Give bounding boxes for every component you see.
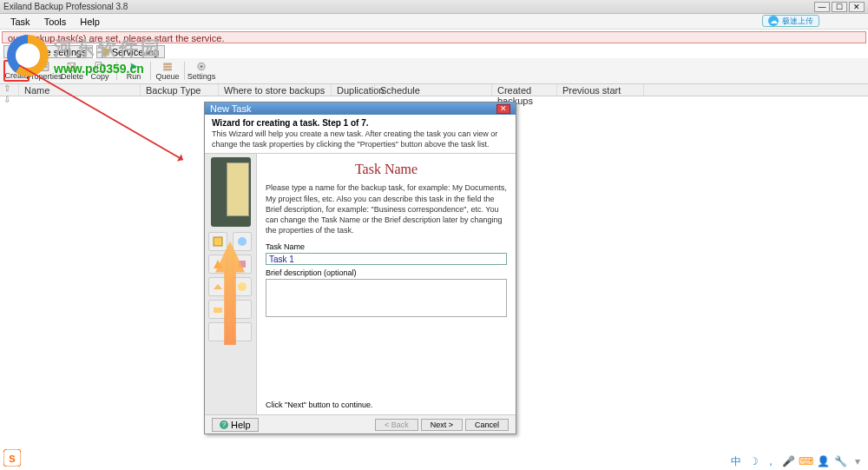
next-button[interactable]: Next >	[421, 419, 463, 431]
brief-label: Brief description (optional)	[266, 268, 507, 277]
taskname-label: Task Name	[266, 242, 507, 251]
toolbar-copy-label: Copy	[90, 72, 108, 81]
svg-rect-21	[214, 328, 222, 336]
toolbar-separator	[150, 62, 151, 80]
toolbar-run-label: Run	[127, 72, 141, 81]
toolbar-queue-button[interactable]: Queue	[155, 60, 181, 82]
toolbar-delete-button[interactable]: Delete	[59, 60, 85, 82]
service-log-button[interactable]: Service log	[96, 45, 165, 58]
tray-moon-icon[interactable]: ☽	[746, 454, 760, 468]
reorder-handles: ⇧ ⇩	[3, 83, 12, 103]
dialog-header-desc: This Wizard will help you create a new t…	[212, 129, 509, 149]
toolbar-copy-button[interactable]: Copy	[87, 60, 113, 82]
toolbar-create-label: Create	[5, 71, 29, 80]
svg-rect-4	[42, 67, 48, 68]
svg-rect-3	[42, 64, 48, 65]
dialog-footer-buttons: < Back Next > Cancel	[375, 419, 509, 431]
svg-rect-11	[163, 69, 172, 70]
cloud-upload-badge[interactable]: ☁ 极速上传	[762, 15, 819, 27]
cancel-button[interactable]: Cancel	[465, 419, 509, 431]
col-name[interactable]: Name	[19, 84, 141, 96]
close-window-button[interactable]: ✕	[849, 2, 865, 12]
col-schedule[interactable]: Schedule	[375, 84, 492, 96]
svg-rect-20	[238, 305, 247, 314]
warning-bar: our backup task(s) are set, please start…	[2, 31, 866, 43]
move-down-icon[interactable]: ⇩	[3, 95, 12, 103]
tray-mic-icon[interactable]: 🎤	[781, 454, 795, 468]
safe-image-icon	[211, 157, 251, 227]
cloud-icon: ☁	[768, 16, 779, 26]
dialog-title: New Task	[210, 103, 251, 114]
settings-icon	[194, 61, 208, 72]
help-label: Help	[231, 420, 251, 430]
col-previous[interactable]: Previous start	[557, 84, 644, 96]
dialog-close-button[interactable]: ✕	[496, 104, 510, 114]
toolbar-separator	[184, 62, 185, 80]
continue-text: Click "Next" button to continue.	[266, 400, 507, 409]
service-log-label: Service log	[112, 47, 159, 57]
svg-rect-10	[163, 66, 172, 68]
col-type[interactable]: Backup Type	[141, 84, 219, 96]
dialog-body: Task Name Please type a name for the bac…	[205, 154, 516, 414]
dialog-header: Wizard for creating a task. Step 1 of 7.…	[205, 115, 516, 154]
svg-point-1	[17, 67, 21, 70]
task-list-header: Name Backup Type Where to store backups …	[0, 84, 868, 96]
menu-task[interactable]: Task	[3, 17, 37, 27]
svg-rect-14	[214, 237, 222, 246]
svg-point-18	[238, 282, 247, 291]
copy-icon	[93, 61, 107, 72]
menu-tools[interactable]: Tools	[37, 17, 74, 27]
minimize-button[interactable]: —	[814, 2, 830, 12]
delete-icon	[65, 61, 79, 72]
col-created[interactable]: Created backups	[492, 84, 557, 96]
queue-icon	[161, 61, 174, 72]
tray-wrench-icon[interactable]: 🔧	[833, 454, 847, 468]
wizard-steps-grid	[208, 232, 253, 341]
run-icon	[127, 61, 141, 72]
toolbar-delete-label: Delete	[61, 72, 83, 81]
back-button[interactable]: < Back	[375, 419, 418, 431]
dialog-instructions: Please type a name for the backup task, …	[266, 182, 507, 235]
move-up-icon[interactable]: ⇧	[3, 83, 12, 92]
step-1-icon	[208, 232, 227, 251]
help-button[interactable]: ? Help	[212, 418, 259, 432]
service-log-icon	[102, 49, 109, 56]
svg-rect-19	[214, 308, 222, 313]
cloud-text: 极速上传	[782, 16, 813, 27]
tray-cn-icon[interactable]: 中	[729, 454, 743, 468]
toolbar-settings-button[interactable]: Settings	[188, 60, 214, 82]
tray-chevron-down-icon[interactable]: ▾	[851, 454, 865, 468]
col-where[interactable]: Where to store backups	[219, 84, 332, 96]
dialog-footer: ? Help < Back Next > Cancel	[205, 414, 516, 434]
new-task-dialog: New Task ✕ Wizard for creating a task. S…	[204, 102, 516, 434]
service-settings-button[interactable]: Service settings	[3, 45, 93, 58]
dialog-titlebar[interactable]: New Task ✕	[205, 103, 516, 115]
tray-comma-icon[interactable]: ，	[764, 454, 778, 468]
svg-text:S: S	[9, 453, 15, 464]
col-duplication[interactable]: Duplication	[332, 84, 375, 96]
window-title: Exiland Backup Professional 3.8	[3, 2, 128, 11]
warning-text: our backup task(s) are set, please start…	[8, 33, 224, 43]
dialog-main-title: Task Name	[266, 162, 507, 177]
svg-point-15	[238, 237, 247, 246]
service-bar: Service settings Service log	[0, 45, 868, 58]
tray-user-icon[interactable]: 👤	[816, 454, 830, 468]
step-2-icon	[233, 232, 252, 251]
maximize-button[interactable]: ☐	[832, 2, 847, 12]
menubar: Task Tools Help	[0, 14, 868, 30]
dialog-main: Task Name Please type a name for the bac…	[257, 154, 516, 414]
main-toolbar: Create Properties Delete Copy Run Queue …	[0, 58, 868, 84]
brief-description-input[interactable]	[266, 279, 507, 317]
window-titlebar: Exiland Backup Professional 3.8 — ☐ ✕	[0, 0, 868, 14]
menu-help[interactable]: Help	[73, 17, 107, 27]
tray-keyboard-icon[interactable]: ⌨	[799, 454, 812, 468]
toolbar-settings-label: Settings	[187, 72, 216, 81]
help-icon: ?	[220, 420, 228, 429]
svg-rect-9	[163, 63, 172, 64]
taskname-input[interactable]	[266, 253, 507, 265]
toolbar-run-button[interactable]: Run	[121, 60, 147, 82]
service-settings-label: Service settings	[19, 47, 87, 57]
window-controls: — ☐ ✕	[814, 2, 865, 12]
dialog-sidebar	[205, 154, 257, 414]
toolbar-separator	[116, 62, 117, 80]
